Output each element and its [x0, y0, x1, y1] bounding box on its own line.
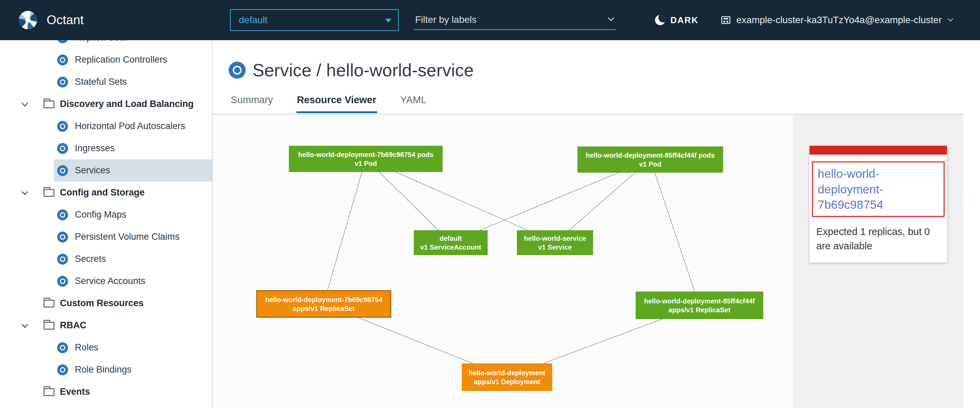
selected-node-title-link[interactable]: hello-world-deployment-7b69c98754 — [812, 161, 945, 217]
sidebar-item-horizontal-pod-autoscalers[interactable]: Horizontal Pod Autoscalers — [0, 115, 212, 137]
chevron-down-icon[interactable] — [608, 14, 614, 21]
sidebar-item-label: Ingresses — [75, 137, 115, 159]
app-title: Octant — [47, 0, 84, 40]
cluster-selector-label: example-cluster-ka3TuTzYo4a@example-clus… — [737, 14, 942, 26]
folder-icon — [43, 300, 54, 308]
sidebar-item-roles[interactable]: Roles — [0, 336, 212, 359]
octant-logo-icon — [19, 11, 37, 29]
theme-toggle-label: DARK — [670, 15, 698, 26]
node-kind: v1 Pod — [355, 159, 377, 168]
graph-node-replicaset-7b69c98754[interactable]: hello-world-deployment-7b69c98754 apps/v… — [256, 290, 391, 318]
node-kind: apps/v1 ReplicaSet — [293, 304, 355, 313]
sidebar-group-discovery-and-load-balancing[interactable]: Discovery and Load Balancing — [0, 93, 212, 115]
cluster-selector[interactable]: example-cluster-ka3TuTzYo4a@example-clus… — [721, 0, 953, 40]
chevron-down-icon[interactable] — [21, 188, 28, 195]
namespace-dropdown[interactable]: default — [230, 9, 399, 31]
sidebar-group-label: Custom Resources — [60, 292, 143, 314]
sidebar-item-label: Role Bindings — [75, 359, 132, 381]
resource-viewer-graph: hello-world-deployment-7b69c98754 pods v… — [213, 115, 793, 408]
tab-bar: Summary Resource Viewer YAML — [230, 94, 448, 113]
app-header: Octant default DARK example-cluster-ka3T… — [0, 0, 980, 40]
sidebar-group-config-and-storage[interactable]: Config and Storage — [0, 182, 212, 204]
node-name: hello-world-deployment — [469, 368, 546, 377]
graph-node-deployment-hello-world-deployment[interactable]: hello-world-deployment apps/v1 Deploymen… — [462, 363, 552, 391]
sidebar-item-label: Services — [75, 159, 110, 182]
chevron-down-icon[interactable] — [21, 321, 28, 328]
sidebar-item-label: Replica Sets — [75, 40, 127, 49]
selected-node-title: hello-world-deployment-7b69c98754 — [818, 167, 883, 211]
sidebar-item-label: Secrets — [75, 248, 106, 270]
folder-icon — [43, 322, 54, 330]
graph-node-serviceaccount-default[interactable]: default v1 ServiceAccount — [414, 230, 488, 255]
sidebar-item-label: Config Maps — [75, 204, 127, 226]
chevron-down-icon[interactable] — [21, 100, 28, 107]
sidebar-item-config-maps[interactable]: Config Maps — [0, 204, 212, 226]
role-bindings-icon — [57, 364, 68, 375]
sidebar-item-secrets[interactable]: Secrets — [0, 248, 212, 270]
graph-node-service-hello-world-service[interactable]: hello-world-service v1 Service — [517, 230, 593, 255]
label-filter-input[interactable] — [414, 10, 598, 29]
ingresses-icon — [57, 143, 68, 154]
sidebar-item-replication-controllers[interactable]: Replication Controllers — [0, 49, 212, 71]
sidebar-item-service-accounts[interactable]: Service Accounts — [0, 270, 212, 292]
node-name: hello-world-deployment-7b69c98754 pods — [298, 150, 434, 159]
tab-summary[interactable]: Summary — [230, 94, 274, 112]
label-filter — [414, 10, 616, 30]
config-maps-icon — [57, 209, 68, 220]
status-accent-bar — [810, 146, 947, 155]
caret-down-icon — [385, 19, 391, 22]
graph-edge — [650, 159, 699, 305]
sidebar-item-label: Service Accounts — [75, 270, 145, 292]
sidebar-group-rbac[interactable]: RBAC — [0, 314, 212, 336]
namespace-dropdown-value: default — [239, 14, 267, 26]
sidebar-item-stateful-sets[interactable]: Stateful Sets — [0, 71, 212, 93]
tab-yaml[interactable]: YAML — [399, 94, 427, 112]
sidebar-group-custom-resources[interactable]: Custom Resources — [0, 292, 212, 314]
persistent-volume-claims-icon — [57, 231, 68, 242]
sidebar-group-label: Config and Storage — [60, 182, 145, 204]
sidebar-item-services[interactable]: Services — [0, 159, 212, 182]
node-name: hello-world-deployment-85ff4cf44f — [644, 296, 755, 306]
sidebar-item-label: Stateful Sets — [75, 71, 127, 93]
sidebar-item-label: Roles — [75, 336, 98, 359]
node-kind: v1 Pod — [639, 160, 662, 169]
service-accounts-icon — [57, 276, 68, 287]
cluster-icon — [721, 15, 731, 25]
graph-node-pods-7b69c98754[interactable]: hello-world-deployment-7b69c98754 pods v… — [289, 146, 443, 172]
sidebar-group-label: Discovery and Load Balancing — [60, 93, 194, 115]
page-title: Service / hello-world-service — [253, 60, 474, 80]
sidebar-item-persistent-volume-claims[interactable]: Persistent Volume Claims — [0, 226, 212, 248]
roles-icon — [57, 342, 68, 353]
sidebar-item-label: Horizontal Pod Autoscalers — [75, 115, 185, 137]
graph-node-pods-85ff4cf44f[interactable]: hello-world-deployment-85ff4cf44f pods v… — [578, 147, 723, 173]
node-name: hello-world-deployment-7b69c98754 — [265, 295, 382, 304]
status-message: Expected 1 replicas, but 0 are available — [810, 217, 947, 263]
node-name: default — [440, 234, 462, 243]
folder-icon — [43, 388, 54, 396]
folder-icon — [43, 100, 54, 108]
sidebar-group-events[interactable]: Events — [0, 381, 212, 403]
graph-node-replicaset-85ff4cf44f[interactable]: hello-world-deployment-85ff4cf44f apps/v… — [636, 292, 763, 319]
node-name: hello-world-deployment-85ff4cf44f pods — [586, 151, 715, 160]
moon-icon — [655, 15, 665, 25]
sidebar-group-label: RBAC — [60, 314, 86, 336]
page-title-block: Service / hello-world-service — [229, 60, 474, 80]
object-status-panel: hello-world-deployment-7b69c98754 Expect… — [793, 115, 964, 408]
stateful-sets-icon — [57, 76, 68, 88]
node-kind: v1 Service — [538, 243, 572, 252]
secrets-icon — [57, 254, 68, 265]
sidebar-item-replica-sets[interactable]: Replica Sets — [0, 40, 212, 49]
sidebar-item-role-bindings[interactable]: Role Bindings — [0, 359, 212, 381]
sidebar-item-label: Persistent Volume Claims — [75, 226, 180, 248]
sidebar-item-ingresses[interactable]: Ingresses — [0, 137, 212, 159]
node-kind: v1 ServiceAccount — [420, 243, 481, 252]
sidebar-item-label: Replication Controllers — [75, 49, 167, 71]
graph-edge — [324, 159, 366, 304]
node-kind: apps/v1 ReplicaSet — [668, 306, 730, 314]
folder-icon — [43, 189, 54, 197]
theme-toggle-button[interactable]: DARK — [655, 0, 698, 40]
tab-resource-viewer[interactable]: Resource Viewer — [296, 94, 377, 113]
replication-controllers-icon — [57, 54, 68, 65]
node-name: hello-world-service — [524, 234, 586, 243]
services-icon — [57, 165, 68, 176]
